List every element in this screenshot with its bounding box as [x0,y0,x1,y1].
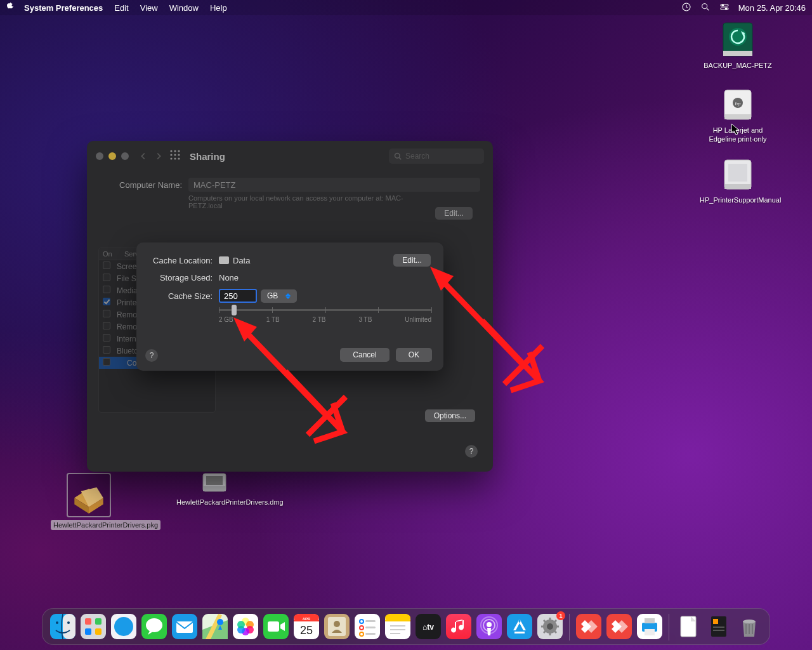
desktop-file-dmg[interactable]: HewlettPackardPrinterDrivers.dmg [176,470,252,507]
menu-app-name[interactable]: System Preferences [24,3,103,13]
svg-rect-94 [645,629,655,635]
cache-size-label: Cache Size: [149,291,213,301]
slider-mark: 2 GB [219,316,233,323]
disk-icon [219,256,229,264]
svg-point-21 [178,150,180,152]
menu-clock[interactable]: Mon 25. Apr 20:46 [738,3,806,13]
svg-point-22 [170,154,172,156]
desktop-volume-hp-support[interactable]: HP_PrinterSupportManual [700,157,776,204]
cache-location-label: Cache Location: [149,256,213,265]
dock-recent-doc2[interactable] [705,613,733,640]
svg-rect-93 [645,618,655,623]
slider-thumb[interactable] [232,305,237,315]
cancel-button[interactable]: Cancel [340,348,389,362]
menu-bar: System Preferences Edit View Window Help… [0,0,812,15]
dock-messages[interactable] [140,613,168,640]
chevron-updown-icon [284,291,292,302]
computer-name-hint: Computers on your local network can acce… [188,194,417,209]
dock-podcasts[interactable] [475,613,503,640]
svg-rect-76 [390,629,405,630]
menu-view[interactable]: View [140,3,158,13]
svg-rect-74 [385,620,410,621]
cache-location-value: Data [233,256,250,265]
menu-window[interactable]: Window [169,3,199,13]
desktop-volume-backup[interactable]: BACKUP_MAC-PETZ [700,20,776,70]
help-button[interactable]: ? [145,349,158,362]
svg-text:⌂tv: ⌂tv [422,623,434,632]
svg-rect-45 [176,621,193,633]
cache-size-input[interactable] [219,289,257,303]
dock-recent-doc[interactable] [674,613,702,640]
search-field[interactable]: Search [389,149,484,164]
minimize-button[interactable] [108,152,116,160]
storage-used-value: None [219,273,239,282]
svg-rect-98 [713,627,724,628]
edit-hostname-button[interactable]: Edit... [435,207,473,220]
close-button[interactable] [96,152,103,160]
dock-appstore[interactable] [506,613,534,640]
desktop-label: HewlettPackardPrinterDrivers.dmg [176,498,252,507]
svg-rect-14 [724,184,751,189]
svg-rect-99 [713,630,724,631]
nav-back-forward[interactable] [139,152,163,161]
col-on: On [99,248,121,260]
svg-rect-97 [713,619,718,624]
svg-point-41 [114,617,133,636]
content-caching-options-sheet: Cache Location: Data Edit... Storage Use… [136,242,443,371]
dock-trash[interactable] [735,613,763,640]
svg-point-82 [487,622,492,627]
storage-used-label: Storage Used: [149,273,213,282]
svg-rect-85 [507,614,532,639]
window-titlebar: Sharing Search [87,141,493,171]
ok-button[interactable]: OK [396,348,432,362]
desktop-label: HP Laserjet and Edgeline print-only [700,126,776,144]
dock-music[interactable] [445,613,473,640]
traffic-lights[interactable] [96,152,129,160]
help-button[interactable]: ? [465,445,478,458]
menu-edit[interactable]: Edit [114,3,128,13]
dock-contacts[interactable] [323,613,351,640]
slider-mark: Unlimited [405,316,431,323]
cache-size-slider[interactable]: 2 GB 1 TB 2 TB 3 TB Unlimited [219,309,431,323]
svg-point-1 [702,3,707,8]
svg-text:hp: hp [735,101,741,107]
computer-name-field[interactable]: MAC-PETZ [188,178,480,192]
slider-mark: 2 TB [313,316,326,323]
dock-settings[interactable]: 1 [536,613,564,640]
svg-point-24 [178,154,180,156]
dock-maps[interactable] [201,613,229,640]
svg-point-27 [178,157,180,159]
dock-calendar[interactable]: APR25 [292,613,320,640]
dock-app-printer[interactable] [636,613,664,640]
dock-facetime[interactable] [262,613,290,640]
dock-safari[interactable] [110,613,138,640]
zoom-button[interactable] [121,152,129,160]
dock-app-anydesk2[interactable] [605,613,633,640]
svg-point-4 [722,4,724,6]
dock-reminders[interactable] [353,613,381,640]
dock-finder[interactable] [49,613,77,640]
desktop-file-pkg[interactable]: HewlettPackardPrinterDrivers.pkg [51,473,127,530]
menu-help[interactable]: Help [210,3,227,13]
dock-tv[interactable]: ⌂tv [414,613,442,640]
svg-point-19 [170,150,172,152]
svg-rect-36 [85,618,91,625]
svg-rect-8 [723,51,752,56]
dock-mail[interactable] [171,613,199,640]
cache-size-unit-select[interactable]: GB [261,289,297,303]
dock-notes[interactable] [384,613,412,640]
dock-photos[interactable] [232,613,259,640]
spotlight-icon[interactable] [700,2,710,14]
dock-launchpad[interactable] [79,613,107,640]
desktop-volume-hp-laserjet[interactable]: hp HP Laserjet and Edgeline print-only [700,88,776,144]
svg-rect-75 [390,625,405,627]
control-center-icon[interactable] [719,2,730,14]
timemachine-menu-icon[interactable] [681,2,691,14]
show-all-icon[interactable] [169,149,181,163]
options-button[interactable]: Options... [425,409,475,422]
apple-menu[interactable] [6,2,15,13]
slider-mark: 3 TB [358,316,372,323]
edit-cache-location-button[interactable]: Edit... [393,254,431,267]
computer-name-label: Computer Name: [100,180,182,190]
dock-app-anydesk1[interactable] [575,613,603,640]
